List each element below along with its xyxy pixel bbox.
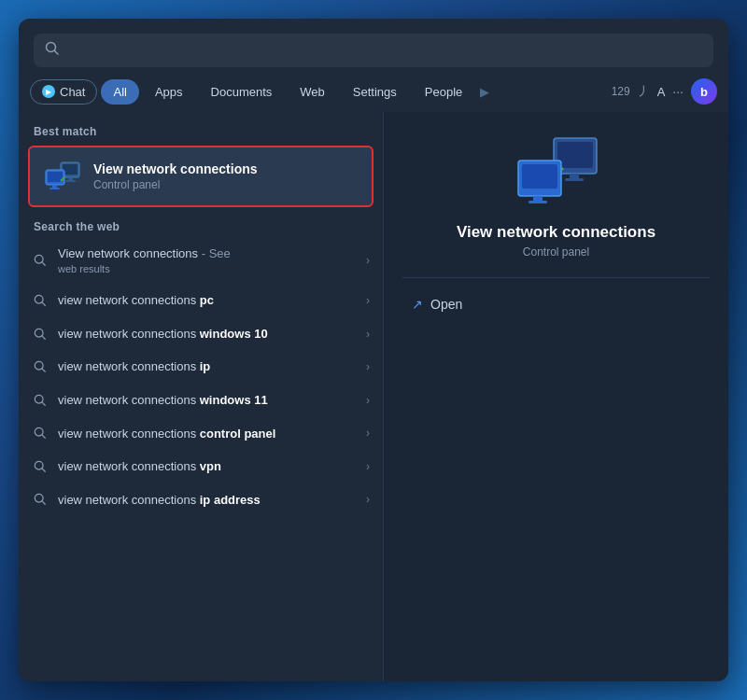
list-item[interactable]: view network connections windows 11 › <box>19 384 383 417</box>
web-search-icon <box>32 294 49 307</box>
best-match-title: View network connections <box>93 161 258 176</box>
svg-rect-30 <box>565 178 584 181</box>
list-item[interactable]: view network connections windows 10 › <box>19 317 383 351</box>
chevron-right-icon: › <box>366 460 370 473</box>
svg-rect-35 <box>529 201 547 203</box>
svg-line-12 <box>42 262 45 265</box>
tab-chat[interactable]: ▶ Chat <box>30 79 97 105</box>
tab-settings-label: Settings <box>353 85 397 99</box>
list-item[interactable]: view network connections ip address › <box>19 483 383 517</box>
list-item[interactable]: view network connections pc › <box>19 284 383 317</box>
right-icon-area <box>514 134 599 208</box>
svg-rect-28 <box>557 142 593 168</box>
svg-rect-33 <box>522 164 557 189</box>
web-search-item-text: view network connections windows 11 <box>58 392 357 409</box>
play-icon: ▶ <box>480 85 489 99</box>
network-connections-icon-small <box>44 161 81 192</box>
web-search-icon <box>32 493 49 506</box>
tab-count: 129 <box>612 85 630 98</box>
web-search-item-text: View network connections - See web resul… <box>58 245 357 275</box>
svg-point-25 <box>35 495 43 503</box>
web-search-section: Search the web View network connections … <box>19 215 383 516</box>
svg-line-24 <box>42 469 45 471</box>
svg-point-17 <box>35 362 43 371</box>
svg-point-19 <box>35 395 43 403</box>
search-bar-area: View network connections <box>19 19 728 75</box>
chevron-right-icon: › <box>366 394 370 407</box>
best-match-item[interactable]: View network connections Control panel <box>28 146 374 207</box>
tab-documents-label: Documents <box>211 85 273 99</box>
list-item[interactable]: View network connections - See web resul… <box>19 237 383 284</box>
best-match-icon-container <box>43 157 82 196</box>
tab-people[interactable]: People <box>413 79 474 105</box>
tab-apps[interactable]: Apps <box>143 79 195 105</box>
tab-chat-label: Chat <box>60 85 85 99</box>
open-button[interactable]: ↗ Open <box>402 291 710 317</box>
svg-rect-29 <box>570 174 579 178</box>
tab-settings[interactable]: Settings <box>341 79 409 105</box>
svg-point-11 <box>35 256 43 264</box>
bing-icon[interactable]: b <box>691 78 717 105</box>
tab-all-label: All <box>113 85 126 99</box>
web-search-icon <box>32 427 49 440</box>
svg-rect-9 <box>49 188 60 189</box>
web-search-icon <box>32 328 49 341</box>
right-panel-title: View network connections <box>457 223 655 242</box>
web-search-item-text: view network connections ip address <box>58 492 357 509</box>
open-icon: ↗ <box>412 297 423 312</box>
chevron-right-icon: › <box>366 360 370 373</box>
svg-line-1 <box>55 51 59 55</box>
chevron-right-icon: › <box>366 427 370 440</box>
list-item[interactable]: view network connections ip › <box>19 350 383 384</box>
svg-line-18 <box>42 369 45 371</box>
divider <box>402 277 710 278</box>
chevron-right-icon: › <box>366 254 370 267</box>
svg-line-16 <box>42 336 45 339</box>
svg-line-22 <box>42 436 45 439</box>
network-connections-icon-large <box>514 134 599 204</box>
svg-rect-8 <box>52 185 57 188</box>
web-search-icon <box>32 460 49 473</box>
chat-icon: ▶ <box>42 85 55 98</box>
tab-bar: ▶ Chat All Apps Documents Web Settings P… <box>19 75 728 112</box>
search-input-wrapper: View network connections <box>34 34 713 67</box>
svg-point-23 <box>35 461 43 469</box>
web-search-item-text: view network connections ip <box>58 358 357 375</box>
web-search-label: Search the web <box>19 215 383 237</box>
network-icon: ㇓ <box>638 83 650 100</box>
more-icon[interactable]: ··· <box>672 84 684 99</box>
chevron-right-icon: › <box>366 294 370 307</box>
search-panel: View network connections ▶ Chat All Apps… <box>19 19 728 681</box>
web-search-item-text: view network connections windows 10 <box>58 326 357 343</box>
svg-point-15 <box>35 329 43 337</box>
search-input[interactable]: View network connections <box>67 43 702 59</box>
tab-all[interactable]: All <box>101 79 138 105</box>
best-match-text: View network connections Control panel <box>93 161 258 191</box>
tab-web-label: Web <box>300 85 325 99</box>
best-match-label: Best match <box>19 119 383 142</box>
svg-point-13 <box>35 295 43 303</box>
tab-apps-label: Apps <box>155 85 183 99</box>
svg-line-26 <box>42 502 45 505</box>
left-panel: Best match <box>19 112 383 681</box>
tab-right-area: 129 ㇓ A ··· b <box>612 78 717 105</box>
web-search-icon <box>32 254 49 267</box>
tab-documents[interactable]: Documents <box>199 79 285 105</box>
search-icon <box>45 41 60 60</box>
web-search-icon <box>32 394 49 407</box>
list-item[interactable]: view network connections control panel › <box>19 417 383 451</box>
svg-rect-4 <box>68 177 73 180</box>
svg-line-14 <box>42 302 45 305</box>
tab-web[interactable]: Web <box>288 79 337 105</box>
svg-rect-5 <box>65 180 76 182</box>
right-panel: View network connections Control panel ↗… <box>383 112 728 681</box>
web-search-item-text: view network connections vpn <box>58 458 357 475</box>
web-search-item-text: view network connections pc <box>58 292 357 309</box>
web-search-icon <box>32 360 49 373</box>
list-item[interactable]: view network connections vpn › <box>19 450 383 483</box>
svg-rect-34 <box>533 196 543 201</box>
main-content: Best match <box>19 112 728 681</box>
best-match-subtitle: Control panel <box>93 178 258 191</box>
chevron-right-icon: › <box>366 493 370 506</box>
font-label: A <box>657 85 666 99</box>
